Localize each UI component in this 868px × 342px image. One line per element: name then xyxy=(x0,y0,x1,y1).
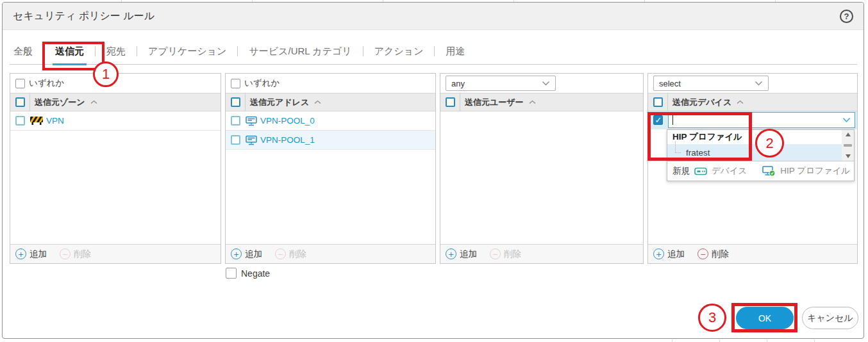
address-list: VPN-POOL_0 VPN-POOL_1 xyxy=(226,111,435,244)
source-zone-panel: いずれか 送信元ゾーン xyxy=(10,73,221,264)
security-policy-rule-dialog: セキュリティ ポリシー ルール ? 全般 送信元 宛先 アプリケーション サービ… xyxy=(2,2,864,339)
address-footer: + 追加 − 削除 xyxy=(226,244,435,263)
chevron-down-icon xyxy=(542,81,550,86)
new-device-button[interactable]: デバイス xyxy=(712,165,747,177)
sort-ascending-icon[interactable] xyxy=(737,100,744,104)
sort-ascending-icon[interactable] xyxy=(529,100,536,104)
annotation-box-step2 xyxy=(647,112,752,161)
plus-icon: + xyxy=(446,248,456,259)
zone-list: VPN xyxy=(10,111,221,244)
negate-row: Negate xyxy=(226,268,270,279)
address-column-header[interactable]: 送信元アドレス xyxy=(250,97,309,108)
background-artifact xyxy=(767,339,767,342)
zone-row-vpn[interactable]: VPN xyxy=(10,111,221,131)
address-row-checkbox[interactable] xyxy=(231,116,240,126)
device-delete-button[interactable]: − 削除 xyxy=(697,248,729,260)
tab-destination[interactable]: 宛先 xyxy=(103,38,129,64)
screen: セキュリティ ポリシー ルール ? 全般 送信元 宛先 アプリケーション サービ… xyxy=(0,0,868,342)
device-column-header[interactable]: 送信元デバイス xyxy=(672,97,731,108)
minus-icon: − xyxy=(60,248,71,259)
address-add-button[interactable]: + 追加 xyxy=(231,248,262,260)
address-select-all-checkbox[interactable] xyxy=(231,97,240,107)
background-artifact xyxy=(814,339,815,342)
new-hip-profile-button[interactable]: HIP プロファイル xyxy=(780,165,850,177)
scroll-down-icon[interactable] xyxy=(846,154,851,158)
address-icon xyxy=(246,135,257,145)
tab-application[interactable]: アプリケーション xyxy=(144,38,230,64)
user-list xyxy=(440,111,643,244)
annotation-circle-step3: 3 xyxy=(698,304,726,332)
minus-icon: − xyxy=(490,248,501,259)
user-footer: + 追加 − 削除 xyxy=(440,244,643,263)
user-header-row: 送信元ユーザー xyxy=(440,93,643,111)
negate-checkbox[interactable] xyxy=(226,268,237,279)
address-item-label[interactable]: VPN-POOL_0 xyxy=(260,116,315,126)
zone-row-checkbox[interactable] xyxy=(15,116,25,126)
tab-general[interactable]: 全般 xyxy=(10,38,37,64)
zone-delete-button: − 削除 xyxy=(60,248,91,260)
device-mode-row: select xyxy=(648,74,857,93)
tab-action[interactable]: アクション xyxy=(371,38,428,64)
address-icon xyxy=(246,116,257,126)
user-mode-row: any xyxy=(440,74,643,93)
source-device-panel: select 送信元デバイス xyxy=(647,73,858,264)
minus-icon: − xyxy=(697,248,708,259)
user-column-header[interactable]: 送信元ユーザー xyxy=(465,97,524,108)
plus-icon: + xyxy=(653,248,664,259)
zone-select-all-checkbox[interactable] xyxy=(15,97,25,107)
help-icon[interactable]: ? xyxy=(840,10,853,23)
zone-item-label[interactable]: VPN xyxy=(46,116,64,126)
sort-ascending-icon[interactable] xyxy=(314,100,321,104)
address-row-checkbox[interactable] xyxy=(231,135,240,145)
scroll-up-icon[interactable] xyxy=(846,133,851,136)
source-user-panel: any 送信元ユーザー + xyxy=(440,73,644,264)
zone-any-checkbox[interactable] xyxy=(15,79,25,88)
tab-separator xyxy=(237,46,238,56)
tab-service-url-category[interactable]: サービス/URL カテゴリ xyxy=(245,38,355,64)
address-item-label[interactable]: VPN-POOL_1 xyxy=(260,135,315,145)
new-device-icon xyxy=(694,167,707,175)
address-header-row: 送信元アドレス xyxy=(226,93,435,111)
dropdown-scrollbar[interactable] xyxy=(842,130,854,161)
cancel-button[interactable]: キャンセル xyxy=(802,307,858,329)
background-artifact xyxy=(672,339,672,342)
user-select-all-checkbox[interactable] xyxy=(446,97,455,107)
address-row-vpn-pool-1[interactable]: VPN-POOL_1 xyxy=(226,131,435,150)
address-row-vpn-pool-0[interactable]: VPN-POOL_0 xyxy=(226,111,435,131)
zone-any-label: いずれか xyxy=(29,77,64,89)
chevron-down-icon[interactable] xyxy=(842,117,851,123)
tab-usage[interactable]: 用途 xyxy=(442,38,469,64)
minus-icon: − xyxy=(275,248,286,259)
background-artifact xyxy=(719,339,720,342)
user-delete-button: − 削除 xyxy=(490,248,521,260)
scrollbar-handle[interactable] xyxy=(844,144,852,147)
new-label: 新規 xyxy=(672,165,690,177)
tab-separator xyxy=(363,46,363,56)
sort-ascending-icon[interactable] xyxy=(90,100,97,104)
address-any-row: いずれか xyxy=(226,74,435,93)
source-panels: いずれか 送信元ゾーン xyxy=(10,73,858,264)
address-any-checkbox[interactable] xyxy=(231,79,240,88)
tab-separator xyxy=(137,46,137,56)
negate-label: Negate xyxy=(241,268,270,279)
annotation-box-step3 xyxy=(731,303,797,332)
zone-column-header[interactable]: 送信元ゾーン xyxy=(35,97,85,108)
user-mode-select[interactable]: any xyxy=(446,76,556,91)
device-mode-select[interactable]: select xyxy=(653,76,769,91)
device-add-button[interactable]: + 追加 xyxy=(653,248,685,260)
dialog-titlebar: セキュリティ ポリシー ルール ? xyxy=(3,3,864,30)
chevron-down-icon xyxy=(755,81,763,86)
dialog-title: セキュリティ ポリシー ルール xyxy=(13,10,154,23)
device-header-row: 送信元デバイス xyxy=(648,93,857,111)
address-delete-button: − 削除 xyxy=(275,248,306,260)
device-footer: + 追加 − 削除 xyxy=(648,244,857,263)
new-hip-profile-icon xyxy=(762,166,776,177)
user-add-button[interactable]: + 追加 xyxy=(446,248,477,260)
zone-header-row: 送信元ゾーン xyxy=(10,93,221,111)
address-any-label: いずれか xyxy=(244,77,280,89)
device-select-all-checkbox[interactable] xyxy=(653,97,663,107)
plus-icon: + xyxy=(15,248,26,259)
zone-add-button[interactable]: + 追加 xyxy=(15,248,47,260)
zone-icon xyxy=(30,117,43,125)
plus-icon: + xyxy=(231,248,242,259)
